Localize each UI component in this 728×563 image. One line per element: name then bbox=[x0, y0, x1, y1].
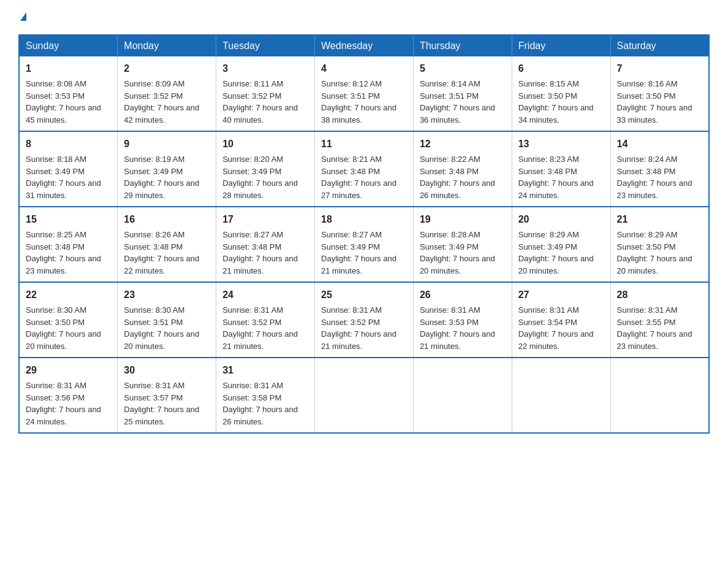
day-number: 22 bbox=[26, 288, 111, 302]
calendar-day-cell: 18 Sunrise: 8:27 AM Sunset: 3:49 PM Dayl… bbox=[315, 207, 414, 282]
day-sunset: Sunset: 3:49 PM bbox=[26, 167, 85, 176]
calendar-day-cell: 23 Sunrise: 8:30 AM Sunset: 3:51 PM Dayl… bbox=[118, 282, 216, 358]
day-daylight: Daylight: 7 hours and 28 minutes. bbox=[222, 178, 298, 200]
calendar-day-cell: 24 Sunrise: 8:31 AM Sunset: 3:52 PM Dayl… bbox=[216, 282, 315, 358]
day-of-week-header: Monday bbox=[118, 35, 216, 56]
day-daylight: Daylight: 7 hours and 45 minutes. bbox=[26, 103, 101, 124]
calendar-day-cell: 12 Sunrise: 8:22 AM Sunset: 3:48 PM Dayl… bbox=[413, 131, 512, 207]
day-daylight: Daylight: 7 hours and 40 minutes. bbox=[222, 103, 298, 124]
day-number: 3 bbox=[222, 61, 308, 76]
calendar-day-cell: 5 Sunrise: 8:14 AM Sunset: 3:51 PM Dayli… bbox=[413, 56, 512, 131]
day-of-week-header: Saturday bbox=[610, 35, 709, 56]
day-sunrise: Sunrise: 8:14 AM bbox=[420, 79, 480, 88]
day-sunrise: Sunrise: 8:31 AM bbox=[321, 305, 382, 315]
day-sunrise: Sunrise: 8:31 AM bbox=[222, 381, 283, 390]
day-sunset: Sunset: 3:50 PM bbox=[26, 318, 85, 327]
day-sunrise: Sunrise: 8:23 AM bbox=[518, 155, 579, 164]
day-number: 20 bbox=[518, 212, 604, 227]
day-sunset: Sunset: 3:55 PM bbox=[617, 318, 676, 327]
day-sunset: Sunset: 3:48 PM bbox=[26, 242, 85, 251]
day-daylight: Daylight: 7 hours and 33 minutes. bbox=[617, 103, 692, 124]
day-sunset: Sunset: 3:49 PM bbox=[518, 242, 577, 251]
day-daylight: Daylight: 7 hours and 21 minutes. bbox=[222, 329, 298, 351]
day-of-week-header: Wednesday bbox=[315, 35, 414, 56]
day-of-week-header: Sunday bbox=[19, 35, 118, 56]
calendar-day-cell: 22 Sunrise: 8:30 AM Sunset: 3:50 PM Dayl… bbox=[19, 282, 118, 358]
day-sunset: Sunset: 3:49 PM bbox=[222, 167, 281, 176]
day-sunrise: Sunrise: 8:31 AM bbox=[518, 305, 579, 315]
day-sunset: Sunset: 3:48 PM bbox=[321, 167, 380, 176]
calendar-day-cell: 27 Sunrise: 8:31 AM Sunset: 3:54 PM Dayl… bbox=[512, 282, 610, 358]
day-number: 18 bbox=[321, 212, 407, 227]
calendar-header-row: SundayMondayTuesdayWednesdayThursdayFrid… bbox=[19, 35, 709, 56]
day-sunset: Sunset: 3:49 PM bbox=[420, 242, 479, 251]
day-of-week-header: Thursday bbox=[413, 35, 512, 56]
day-sunrise: Sunrise: 8:29 AM bbox=[617, 230, 678, 239]
calendar-day-cell: 11 Sunrise: 8:21 AM Sunset: 3:48 PM Dayl… bbox=[315, 131, 414, 207]
day-sunset: Sunset: 3:52 PM bbox=[222, 91, 281, 101]
day-sunset: Sunset: 3:53 PM bbox=[26, 91, 85, 101]
calendar-day-cell: 26 Sunrise: 8:31 AM Sunset: 3:53 PM Dayl… bbox=[413, 282, 512, 358]
calendar-day-cell: 1 Sunrise: 8:08 AM Sunset: 3:53 PM Dayli… bbox=[19, 56, 118, 131]
day-daylight: Daylight: 7 hours and 25 minutes. bbox=[124, 405, 199, 426]
day-sunset: Sunset: 3:57 PM bbox=[124, 393, 183, 402]
day-number: 2 bbox=[124, 61, 210, 76]
day-daylight: Daylight: 7 hours and 22 minutes. bbox=[518, 329, 594, 351]
day-sunset: Sunset: 3:58 PM bbox=[222, 393, 281, 402]
day-sunset: Sunset: 3:49 PM bbox=[321, 242, 380, 251]
day-sunrise: Sunrise: 8:20 AM bbox=[222, 155, 283, 164]
calendar-day-cell: 13 Sunrise: 8:23 AM Sunset: 3:48 PM Dayl… bbox=[512, 131, 610, 207]
day-sunset: Sunset: 3:54 PM bbox=[518, 318, 577, 327]
day-sunset: Sunset: 3:52 PM bbox=[124, 91, 183, 101]
day-number: 16 bbox=[124, 212, 210, 227]
day-sunset: Sunset: 3:48 PM bbox=[420, 167, 479, 176]
day-sunrise: Sunrise: 8:27 AM bbox=[222, 230, 283, 239]
day-sunset: Sunset: 3:50 PM bbox=[617, 242, 676, 251]
day-number: 9 bbox=[124, 137, 210, 151]
day-sunrise: Sunrise: 8:28 AM bbox=[420, 230, 480, 239]
day-daylight: Daylight: 7 hours and 26 minutes. bbox=[420, 178, 495, 200]
calendar-day-cell: 31 Sunrise: 8:31 AM Sunset: 3:58 PM Dayl… bbox=[216, 358, 315, 433]
day-number: 21 bbox=[617, 212, 702, 227]
calendar-day-cell: 25 Sunrise: 8:31 AM Sunset: 3:52 PM Dayl… bbox=[315, 282, 414, 358]
day-sunset: Sunset: 3:50 PM bbox=[617, 91, 676, 101]
calendar-day-cell: 29 Sunrise: 8:31 AM Sunset: 3:56 PM Dayl… bbox=[19, 358, 118, 433]
day-number: 31 bbox=[222, 363, 308, 378]
day-sunset: Sunset: 3:52 PM bbox=[222, 318, 281, 327]
day-sunrise: Sunrise: 8:12 AM bbox=[321, 79, 382, 88]
calendar-day-cell: 20 Sunrise: 8:29 AM Sunset: 3:49 PM Dayl… bbox=[512, 207, 610, 282]
day-sunrise: Sunrise: 8:31 AM bbox=[124, 381, 184, 390]
day-daylight: Daylight: 7 hours and 20 minutes. bbox=[518, 254, 594, 275]
day-number: 7 bbox=[617, 61, 702, 76]
day-number: 1 bbox=[26, 61, 111, 76]
calendar-day-cell: 8 Sunrise: 8:18 AM Sunset: 3:49 PM Dayli… bbox=[19, 131, 118, 207]
calendar-day-cell: 30 Sunrise: 8:31 AM Sunset: 3:57 PM Dayl… bbox=[118, 358, 216, 433]
day-daylight: Daylight: 7 hours and 21 minutes. bbox=[321, 329, 396, 351]
calendar-day-cell: 17 Sunrise: 8:27 AM Sunset: 3:48 PM Dayl… bbox=[216, 207, 315, 282]
day-daylight: Daylight: 7 hours and 22 minutes. bbox=[124, 254, 199, 275]
day-sunset: Sunset: 3:53 PM bbox=[420, 318, 479, 327]
calendar-day-cell: 6 Sunrise: 8:15 AM Sunset: 3:50 PM Dayli… bbox=[512, 56, 610, 131]
logo bbox=[18, 12, 26, 22]
day-daylight: Daylight: 7 hours and 34 minutes. bbox=[518, 103, 594, 124]
calendar-day-cell: 21 Sunrise: 8:29 AM Sunset: 3:50 PM Dayl… bbox=[610, 207, 709, 282]
day-sunrise: Sunrise: 8:29 AM bbox=[518, 230, 579, 239]
day-daylight: Daylight: 7 hours and 23 minutes. bbox=[617, 178, 692, 200]
day-daylight: Daylight: 7 hours and 20 minutes. bbox=[26, 329, 101, 351]
day-sunrise: Sunrise: 8:09 AM bbox=[124, 79, 184, 88]
day-sunrise: Sunrise: 8:31 AM bbox=[420, 305, 480, 315]
calendar-day-cell: 2 Sunrise: 8:09 AM Sunset: 3:52 PM Dayli… bbox=[118, 56, 216, 131]
day-sunset: Sunset: 3:48 PM bbox=[518, 167, 577, 176]
day-of-week-header: Friday bbox=[512, 35, 610, 56]
day-sunrise: Sunrise: 8:26 AM bbox=[124, 230, 184, 239]
day-sunset: Sunset: 3:56 PM bbox=[26, 393, 85, 402]
day-daylight: Daylight: 7 hours and 23 minutes. bbox=[26, 254, 101, 275]
day-sunset: Sunset: 3:48 PM bbox=[617, 167, 676, 176]
day-daylight: Daylight: 7 hours and 31 minutes. bbox=[26, 178, 101, 200]
day-daylight: Daylight: 7 hours and 29 minutes. bbox=[124, 178, 199, 200]
day-number: 25 bbox=[321, 288, 407, 302]
day-sunset: Sunset: 3:49 PM bbox=[124, 167, 183, 176]
day-sunrise: Sunrise: 8:08 AM bbox=[26, 79, 86, 88]
calendar-day-cell: 3 Sunrise: 8:11 AM Sunset: 3:52 PM Dayli… bbox=[216, 56, 315, 131]
day-number: 11 bbox=[321, 137, 407, 151]
